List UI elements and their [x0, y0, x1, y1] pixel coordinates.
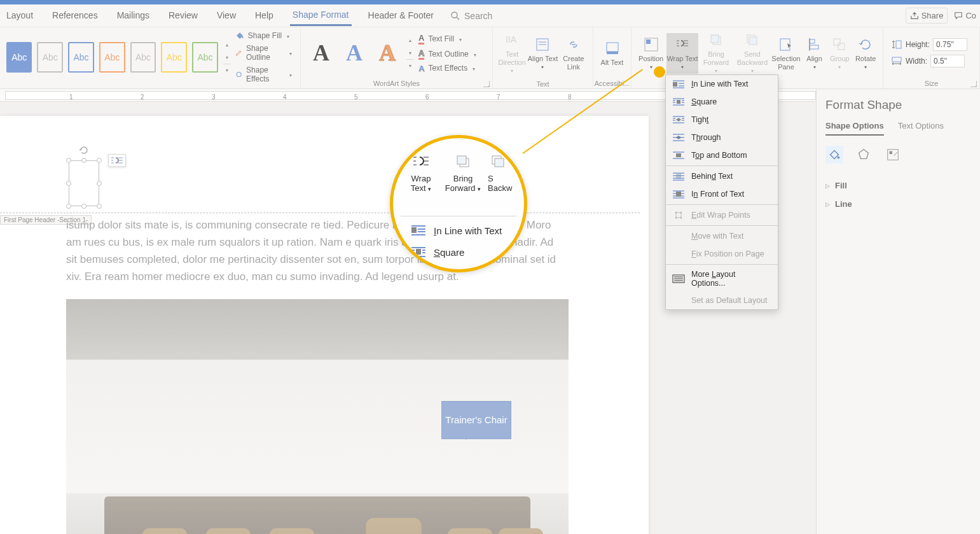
comments-button[interactable]: Co [954, 11, 976, 20]
wordart-launcher[interactable] [483, 81, 490, 87]
align-icon [807, 37, 822, 52]
paint-icon [827, 148, 841, 162]
text-direction-button[interactable]: IIAText Direction▾ [497, 29, 527, 78]
search-icon [450, 11, 460, 21]
alt-text-icon [605, 41, 620, 56]
task-tab-text-options[interactable]: Text Options [898, 121, 944, 136]
top-bottom-icon [672, 151, 685, 160]
text-effects-button[interactable]: AText Effects [417, 62, 478, 74]
shape-outline-button[interactable]: Shape Outline [233, 43, 294, 63]
shape-style-preset-6[interactable]: Abc [161, 42, 187, 73]
create-link-button[interactable]: Create Link [558, 33, 589, 74]
ribbon: Abc Abc Abc Abc Abc Abc Abc ▴▾▾ Shape Fi… [0, 27, 980, 89]
selected-shape[interactable] [64, 145, 104, 211]
send-backward-icon [745, 32, 760, 48]
height-row: Height: [891, 38, 967, 51]
shape-style-preset-7[interactable]: Abc [192, 42, 218, 73]
link-icon [566, 37, 581, 52]
search-label: Search [464, 11, 492, 21]
align-button[interactable]: Align▾ [802, 33, 827, 74]
alt-text-button[interactable]: Alt Text [597, 37, 627, 69]
bring-forward-button[interactable]: Bring Forward▾ [698, 29, 735, 78]
width-input[interactable] [930, 55, 965, 67]
callout-shape: Trainer's Chair [441, 401, 511, 439]
tab-header-footer[interactable]: Header & Footer [366, 6, 437, 25]
mag-forward-icon [454, 153, 472, 169]
shape-fill-button[interactable]: Shape Fill [233, 30, 294, 41]
effects-icon [235, 70, 242, 79]
svg-point-3 [237, 72, 241, 76]
svg-rect-26 [834, 39, 840, 45]
mag-inline-row: In Line with Text [393, 220, 524, 241]
tab-shape-format[interactable]: Shape Format [290, 6, 352, 26]
wordart-gallery-more[interactable]: ▴▾▾ [406, 34, 414, 72]
wordart-preset-3[interactable]: A [373, 35, 401, 71]
menu-through[interactable]: Through [666, 129, 778, 146]
rotate-handle-icon[interactable] [79, 145, 89, 155]
text-fill-button[interactable]: AText Fill [417, 32, 478, 46]
menu-behind[interactable]: Behind Text [666, 167, 778, 185]
menu-tight[interactable]: Tight [666, 111, 778, 129]
svg-rect-19 [711, 35, 719, 43]
svg-rect-8 [607, 43, 618, 52]
selection-pane-button[interactable]: Selection Pane [770, 33, 801, 74]
svg-rect-27 [838, 43, 845, 50]
svg-rect-28 [896, 41, 901, 48]
bucket-icon [235, 31, 244, 40]
tab-help[interactable]: Help [252, 6, 276, 25]
task-tab-shape-options[interactable]: Shape Options [825, 121, 884, 136]
layout-options-popup[interactable] [108, 154, 126, 167]
tab-review[interactable]: Review [166, 6, 200, 25]
menu-more-layout[interactable]: More Layout Options... [666, 266, 778, 292]
shape-style-preset-5[interactable]: Abc [130, 42, 156, 73]
wrap-text-button[interactable]: Wrap Text▾ [666, 33, 698, 74]
accordion-line[interactable]: Line [825, 195, 971, 213]
svg-rect-23 [810, 39, 815, 43]
task-pane-title: Format Shape [825, 98, 971, 112]
text-outline-button[interactable]: AText Outline [417, 47, 478, 61]
size-launcher[interactable] [970, 81, 977, 87]
shape-style-preset-3[interactable]: Abc [68, 42, 94, 73]
menu-fix-position: Fix Position on Page [666, 245, 778, 263]
menu-in-front[interactable]: In Front of Text [666, 185, 778, 203]
shape-style-preset-4[interactable]: Abc [99, 42, 125, 73]
text-direction-icon: IIA [504, 32, 520, 48]
tab-view[interactable]: View [214, 6, 238, 25]
svg-rect-38 [890, 151, 893, 155]
task-icon-effects[interactable] [855, 146, 873, 164]
shape-effects-button[interactable]: Shape Effects [233, 64, 294, 85]
search-box[interactable]: Search [450, 11, 492, 21]
shape-style-gallery-more[interactable]: ▴▾▾ [223, 38, 231, 76]
rotate-button[interactable]: Rotate▾ [852, 33, 879, 74]
wordart-preset-2[interactable]: A [340, 35, 368, 71]
tab-mailings[interactable]: Mailings [114, 6, 152, 25]
align-text-button[interactable]: Align Text▾ [527, 33, 558, 74]
group-button[interactable]: Group▾ [827, 33, 852, 74]
share-button[interactable]: Share [906, 8, 948, 24]
height-input[interactable] [933, 38, 967, 51]
task-icon-layout[interactable] [884, 146, 902, 164]
menu-top-bottom[interactable]: Top and Bottom [666, 146, 778, 164]
menu-square[interactable]: Square [666, 93, 778, 111]
wordart-preset-1[interactable]: A [307, 35, 335, 71]
tab-layout[interactable]: Layout [4, 6, 36, 25]
selection-pane-icon [778, 37, 794, 52]
send-backward-button[interactable]: Send Backward▾ [734, 29, 770, 78]
accordion-fill[interactable]: Fill [825, 176, 971, 195]
wrap-text-icon [675, 37, 690, 52]
svg-point-75 [680, 212, 682, 214]
group-icon [832, 37, 847, 52]
shape-style-preset-2[interactable]: Abc [37, 42, 63, 73]
front-icon [672, 190, 685, 199]
menu-inline[interactable]: In Line with Text [666, 75, 778, 93]
svg-point-36 [838, 157, 840, 159]
task-icon-fill[interactable] [825, 146, 843, 164]
group-label-wordart: WordArt Styles [373, 80, 420, 87]
width-icon [891, 57, 902, 66]
menu-move-with-text: Move with Text [666, 227, 778, 245]
svg-text:IIA: IIA [506, 34, 517, 45]
height-label: Height: [906, 40, 930, 49]
shape-style-preset-1[interactable]: Abc [6, 42, 32, 73]
through-icon [672, 133, 685, 142]
tab-references[interactable]: References [50, 6, 100, 25]
